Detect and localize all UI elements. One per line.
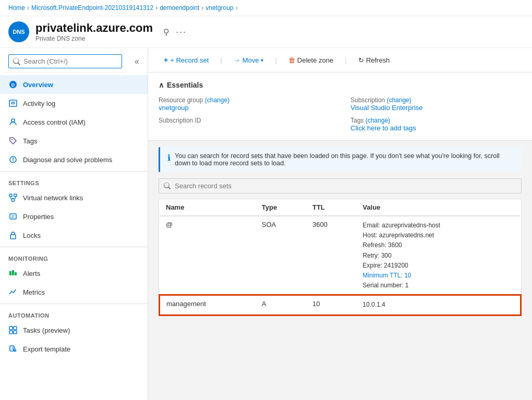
record-ttl: 10 <box>306 295 356 314</box>
collapse-sidebar-button[interactable]: « <box>128 53 146 70</box>
sidebar-item-virtual-network-links[interactable]: Virtual network links <box>0 188 148 207</box>
alerts-icon <box>8 269 18 278</box>
header-title-block: privatelink.azure.com Private DNS zone <box>35 21 153 42</box>
sidebar-item-tasks-label: Tasks (preview) <box>23 326 70 334</box>
record-search-input[interactable] <box>159 178 522 193</box>
svg-rect-20 <box>10 235 16 239</box>
sidebar-item-export-template-label: Export template <box>23 345 70 353</box>
tasks-icon <box>8 325 18 335</box>
subscription-value: Visual Studio Enterprise <box>350 104 522 112</box>
header-actions: ⚲ ··· <box>163 27 187 38</box>
automation-section-label: Automation <box>0 306 148 321</box>
tags-change-link[interactable]: (change) <box>366 117 390 124</box>
activity-log-icon <box>8 99 18 108</box>
pin-icon[interactable]: ⚲ <box>163 27 170 37</box>
sidebar-item-access-control[interactable]: Access control (IAM) <box>0 113 148 131</box>
svg-rect-17 <box>10 214 16 219</box>
essentials-grid: Resource group (change) vnetgroup Subscr… <box>159 96 522 132</box>
page-title: privatelink.azure.com <box>35 21 153 35</box>
svg-rect-25 <box>14 326 17 330</box>
toolbar: + + Record set | → Move ▾ | 🗑 Delete zon… <box>148 48 532 72</box>
svg-point-6 <box>11 139 13 140</box>
info-bar-text: You can search for record sets that have… <box>175 152 514 167</box>
resource-group-value[interactable]: vnetgroup <box>159 104 330 112</box>
svg-rect-24 <box>9 326 13 330</box>
sidebar-item-vnetlinks-label: Virtual network links <box>23 194 83 202</box>
sidebar-item-overview[interactable]: D Overview <box>0 75 148 94</box>
resource-group-item: Resource group (change) vnetgroup <box>159 96 330 112</box>
main-layout: « D Overview Activity log Access control… <box>0 48 532 400</box>
sidebar: « D Overview Activity log Access control… <box>0 48 148 400</box>
sidebar-item-activity-log-label: Activity log <box>23 100 55 107</box>
virtual-network-links-icon <box>8 193 18 202</box>
properties-icon <box>8 212 18 221</box>
svg-rect-2 <box>9 100 17 106</box>
monitoring-section-label: Monitoring <box>0 249 148 264</box>
svg-rect-27 <box>14 331 17 334</box>
dns-icon: DNS <box>8 21 29 42</box>
breadcrumb: Home › Microsoft.PrivateEndpoint-2021031… <box>0 0 532 16</box>
sidebar-item-diagnose[interactable]: Diagnose and solve problems <box>0 150 148 169</box>
add-record-set-button[interactable]: + + Record set <box>159 53 214 67</box>
locks-icon <box>8 231 18 240</box>
svg-text:D: D <box>11 82 15 88</box>
svg-rect-11 <box>14 194 17 197</box>
search-input[interactable] <box>8 54 122 68</box>
overview-icon: D <box>8 80 18 89</box>
record-value: Email: azureprivatedns-hostHost: azurepr… <box>356 216 521 295</box>
subscription-change-link[interactable]: (change) <box>386 96 411 104</box>
sidebar-item-tags-label: Tags <box>23 137 37 145</box>
sidebar-item-alerts-label: Alerts <box>23 270 40 277</box>
col-name: Name <box>160 199 256 216</box>
breadcrumb-vnetgroup[interactable]: vnetgroup <box>205 4 233 11</box>
record-name: management <box>160 295 256 314</box>
sidebar-item-diagnose-label: Diagnose and solve problems <box>23 156 112 164</box>
breadcrumb-home[interactable]: Home <box>8 4 25 11</box>
breadcrumb-private-endpoint[interactable]: Microsoft.PrivateEndpoint-20210319141312 <box>31 4 153 11</box>
resource-group-change-link[interactable]: (change) <box>205 96 229 104</box>
refresh-icon: ↻ <box>358 56 364 64</box>
essentials-header[interactable]: ∧ Essentials <box>159 81 522 89</box>
record-value: 10.0.1.4 <box>356 295 521 314</box>
sidebar-item-tags[interactable]: Tags <box>0 131 148 150</box>
col-value: Value <box>356 199 521 216</box>
page-header: DNS privatelink.azure.com Private DNS zo… <box>0 16 532 48</box>
sidebar-item-metrics[interactable]: Metrics <box>0 283 148 301</box>
sidebar-item-properties[interactable]: Properties <box>0 207 148 226</box>
records-table: Name Type TTL Value @SOA3600Email: azure… <box>159 199 522 316</box>
record-type: SOA <box>256 216 306 295</box>
svg-rect-12 <box>12 199 15 201</box>
sidebar-item-overview-label: Overview <box>23 81 53 89</box>
info-bar: ℹ You can search for record sets that ha… <box>159 147 522 172</box>
add-icon: + <box>164 56 168 64</box>
breadcrumb-demoendpoint[interactable]: demoendpoint <box>160 4 199 11</box>
sidebar-item-metrics-label: Metrics <box>23 288 45 296</box>
svg-rect-22 <box>12 270 14 275</box>
record-ttl: 3600 <box>306 216 356 295</box>
sidebar-item-export-template[interactable]: Export template <box>0 340 148 358</box>
sidebar-item-alerts[interactable]: Alerts <box>0 264 148 283</box>
access-control-icon <box>8 117 18 127</box>
svg-rect-26 <box>9 331 13 334</box>
main-content: + + Record set | → Move ▾ | 🗑 Delete zon… <box>148 48 532 400</box>
info-icon: ℹ <box>167 153 171 163</box>
tags-add-link[interactable]: Click here to add tags <box>350 124 522 132</box>
sidebar-item-access-control-label: Access control (IAM) <box>23 118 86 126</box>
table-row[interactable]: @SOA3600Email: azureprivatedns-hostHost:… <box>160 216 521 295</box>
col-ttl: TTL <box>306 199 356 216</box>
sidebar-item-activity-log[interactable]: Activity log <box>0 94 148 113</box>
sidebar-item-properties-label: Properties <box>23 213 54 221</box>
move-chevron-icon: ▾ <box>261 57 263 63</box>
record-type: A <box>256 295 306 314</box>
metrics-icon <box>8 287 18 297</box>
delete-zone-button[interactable]: 🗑 Delete zone <box>283 54 338 67</box>
page-subtitle: Private DNS zone <box>35 35 153 42</box>
sidebar-item-tasks[interactable]: Tasks (preview) <box>0 321 148 340</box>
more-options-icon[interactable]: ··· <box>176 27 187 38</box>
sidebar-item-locks[interactable]: Locks <box>0 226 148 245</box>
refresh-button[interactable]: ↻ Refresh <box>353 54 395 67</box>
svg-rect-23 <box>15 272 17 275</box>
move-button[interactable]: → Move ▾ <box>228 54 269 67</box>
essentials-section: ∧ Essentials Resource group (change) vne… <box>148 72 532 141</box>
table-row[interactable]: managementA1010.0.1.4 <box>160 295 521 314</box>
